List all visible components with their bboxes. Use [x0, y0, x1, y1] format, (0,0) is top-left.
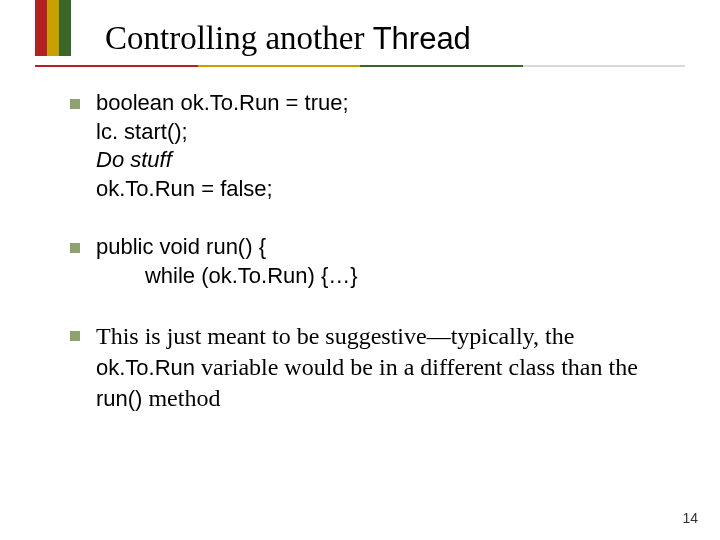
code-line: ok.To.Run = false;	[96, 175, 349, 204]
page-number: 14	[682, 510, 698, 526]
code-line: while (ok.To.Run) {…}	[96, 262, 358, 291]
bullet-item: public void run() { while (ok.To.Run) {……	[70, 233, 675, 290]
slide-title: Controlling another Thread	[105, 20, 720, 57]
rule-seg-2	[360, 65, 523, 67]
title-rule	[35, 65, 685, 67]
code-span: run()	[96, 386, 142, 411]
accent-stripe-red	[35, 0, 47, 56]
title-mono: Thread	[373, 21, 471, 56]
rule-seg-1	[198, 65, 361, 67]
bullet-body: This is just meant to be suggestive—typi…	[96, 321, 675, 415]
bullet-body: public void run() { while (ok.To.Run) {……	[96, 233, 358, 290]
accent-stripe-green	[59, 0, 71, 56]
bullet-icon	[70, 99, 80, 109]
text-span: This is just meant to be suggestive—typi…	[96, 323, 574, 349]
bullet-item: This is just meant to be suggestive—typi…	[70, 321, 675, 415]
code-line: public void run() {	[96, 233, 358, 262]
bullet-item: boolean ok.To.Run = true; lc. start(); D…	[70, 89, 675, 203]
bullet-body: boolean ok.To.Run = true; lc. start(); D…	[96, 89, 349, 203]
code-line: Do stuff	[96, 146, 349, 175]
code-line: lc. start();	[96, 118, 349, 147]
rule-seg-3	[523, 65, 686, 67]
title-serif: Controlling another	[105, 20, 373, 56]
bullet-icon	[70, 243, 80, 253]
code-line: boolean ok.To.Run = true;	[96, 89, 349, 118]
title-block: Controlling another Thread	[0, 0, 720, 65]
bullet-icon	[70, 331, 80, 341]
accent-stripe-yellow	[47, 0, 59, 56]
code-span: ok.To.Run	[96, 355, 195, 380]
text-span: method	[142, 385, 220, 411]
rule-seg-0	[35, 65, 198, 67]
accent-bar	[35, 0, 71, 56]
text-span: variable would be in a different class t…	[195, 354, 638, 380]
slide-content: boolean ok.To.Run = true; lc. start(); D…	[0, 67, 720, 414]
